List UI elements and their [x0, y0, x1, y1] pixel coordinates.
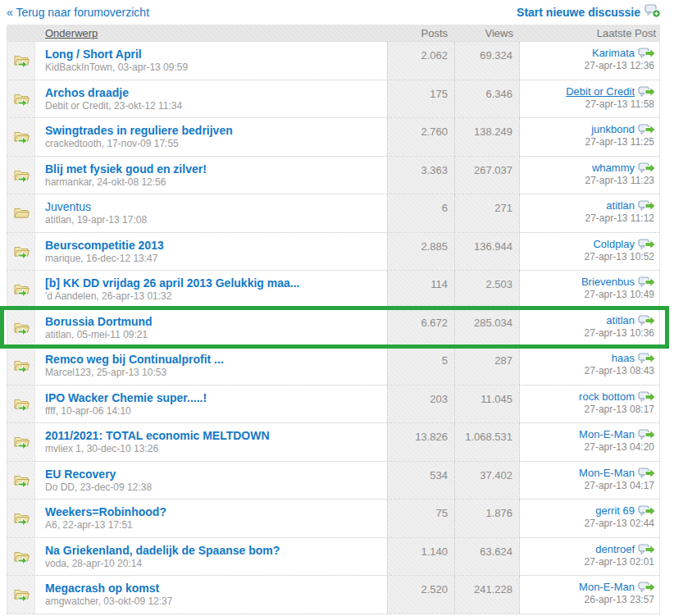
last-post-user-link[interactable]: atitlan [606, 199, 635, 212]
go-to-last-post-icon[interactable] [638, 582, 656, 593]
table-row: [b] KK DD vrijdag 26 april 2013 Gelukkig… [7, 271, 659, 309]
go-to-last-post-icon[interactable] [638, 391, 656, 403]
topic-icon-cell [7, 42, 35, 80]
folder-arrow-icon [13, 473, 30, 487]
last-post-user-link[interactable]: Mon-E-Man [579, 467, 635, 480]
header-views[interactable]: Views [454, 27, 520, 39]
last-post-cell: Coldplay 27-apr-13 10:52 [520, 233, 659, 271]
topic-starter-line: Marcel123, 25-apr-13 10:53 [45, 367, 380, 379]
header-posts[interactable]: Posts [387, 27, 454, 39]
topic-starter-line: crackedtooth, 17-nov-09 17:55 [45, 138, 380, 150]
go-to-last-post-icon[interactable] [638, 505, 656, 517]
go-to-last-post-icon[interactable] [638, 315, 656, 326]
back-to-forum-overview-link[interactable]: « Terug naar forumoverzicht [7, 6, 149, 19]
topic-icon-cell [7, 347, 35, 385]
start-new-discussion[interactable]: Start nieuwe discussie [517, 4, 661, 21]
topic-title-link[interactable]: Archos draadje [45, 85, 129, 100]
last-post-cell: atitlan 27-apr-13 11:12 [520, 194, 659, 232]
topic-starter-line: amgwatcher, 03-okt-09 12:37 [45, 595, 380, 608]
topic-icon-cell [7, 423, 35, 461]
go-to-last-post-icon[interactable] [638, 544, 656, 555]
last-post-cell: gerrit 69 27-apr-13 02:44 [520, 500, 659, 537]
topic-cell: Borussia Dortmund atitlan, 05-mei-11 09:… [35, 309, 387, 347]
start-new-discussion-link[interactable]: Start nieuwe discussie [517, 6, 640, 19]
last-post-user-link[interactable]: rock bottom [579, 390, 635, 404]
go-to-last-post-icon[interactable] [638, 48, 656, 59]
last-post-cell: rock bottom 27-apr-13 08:17 [520, 386, 659, 423]
posts-count: 5 [387, 347, 454, 385]
last-post-date: 27-apr-13 10:52 [520, 251, 656, 263]
folder-arrow-icon [13, 550, 30, 564]
posts-count: 114 [387, 271, 454, 308]
go-to-last-post-icon[interactable] [638, 353, 656, 364]
topic-cell: Na Griekenland, dadelijk de Spaanse bom?… [35, 538, 387, 576]
topic-title-link[interactable]: Megacrash op komst [45, 581, 159, 595]
go-to-last-post-icon[interactable] [638, 124, 656, 135]
topic-cell: EU Recovery Do DD, 23-dec-09 12:38 [35, 462, 387, 500]
topic-icon-cell [7, 500, 35, 537]
header-onderwerp[interactable]: Onderwerp [35, 27, 387, 39]
topic-title-link[interactable]: Weekers=Robinhood? [45, 504, 166, 519]
last-post-date: 27-apr-13 10:36 [520, 327, 656, 340]
topic-cell: Weekers=Robinhood? A6, 22-apr-13 17:51 [35, 500, 387, 537]
topic-title-link[interactable]: Remco weg bij Continualprofit ... [45, 352, 224, 367]
views-count: 6.346 [454, 80, 520, 118]
last-post-user-link[interactable]: whammy [592, 162, 635, 175]
topic-title-link[interactable]: Blij met fysiek goud en zilver! [45, 162, 207, 176]
topic-title-link[interactable]: [b] KK DD vrijdag 26 april 2013 Gelukkig… [45, 276, 299, 290]
last-post-date: 27-apr-13 08:17 [520, 404, 656, 416]
last-post-user-link[interactable]: Coldplay [593, 238, 635, 251]
last-post-user-link[interactable]: Mon-E-Man [579, 428, 635, 441]
topic-title-link[interactable]: IPO Wacker Chemie super.....! [45, 390, 207, 405]
go-to-last-post-icon[interactable] [638, 239, 656, 250]
views-count: 11.045 [454, 386, 520, 423]
views-count: 285.034 [454, 309, 520, 347]
topic-title-link[interactable]: Long / Short April [45, 47, 142, 62]
go-to-last-post-icon[interactable] [638, 86, 656, 98]
folder-arrow-icon [13, 53, 30, 67]
go-to-last-post-icon[interactable] [638, 468, 656, 479]
topic-cell: Archos draadje Debit or Credit, 23-okt-1… [35, 80, 387, 118]
last-post-user-link[interactable]: haas [612, 352, 635, 365]
views-count: 1.068.531 [454, 423, 520, 461]
header-laatste-post[interactable]: Laatste Post [520, 27, 659, 39]
last-post-user-link[interactable]: Karimata [592, 47, 635, 60]
last-post-user-link[interactable]: gerrit 69 [595, 504, 635, 518]
topic-starter-line: atitlan, 05-mei-11 09:21 [45, 329, 380, 341]
go-to-last-post-icon[interactable] [638, 429, 656, 440]
last-post-user-link[interactable]: Debit or Credit [566, 85, 635, 98]
table-row: Archos draadje Debit or Credit, 23-okt-1… [7, 80, 659, 119]
topic-table: Onderwerp Posts Views Laatste Post Long … [7, 25, 660, 614]
go-to-last-post-icon[interactable] [638, 276, 656, 288]
last-post-user-link[interactable]: dentroef [595, 543, 635, 556]
last-post-date: 27-apr-13 02:01 [520, 556, 656, 568]
last-post-user-link[interactable]: Brievenbus [581, 276, 635, 289]
topic-title-link[interactable]: EU Recovery [45, 467, 116, 481]
topic-cell: IPO Wacker Chemie super.....! ffff, 10-a… [35, 386, 387, 423]
last-post-date: 27-apr-13 04:17 [520, 480, 656, 492]
views-count: 138.249 [454, 118, 520, 156]
posts-count: 2.760 [387, 118, 454, 156]
go-to-last-post-icon[interactable] [638, 200, 656, 212]
topic-title-link[interactable]: 2011/2021: TOTAL economic MELTDOWN [45, 428, 270, 443]
topic-cell: 2011/2021: TOTAL economic MELTDOWN mvlie… [35, 423, 387, 461]
speech-bubble-plus-icon[interactable] [644, 4, 661, 21]
topic-title-link[interactable]: Beurscompetitie 2013 [45, 238, 164, 253]
topic-title-link[interactable]: Juventus [45, 199, 91, 214]
topic-table-body: Long / Short April KidBackInTown, 03-apr… [7, 42, 659, 614]
go-to-last-post-icon[interactable] [638, 162, 656, 174]
topic-title-link[interactable]: Swingtrades in reguliere bedrijven [45, 123, 233, 138]
topic-title-link[interactable]: Borussia Dortmund [45, 314, 153, 329]
topic-title-link[interactable]: Na Griekenland, dadelijk de Spaanse bom? [45, 543, 280, 558]
topic-icon-cell [7, 538, 35, 576]
posts-count: 203 [387, 386, 454, 423]
topic-icon-cell [7, 309, 35, 347]
last-post-user-link[interactable]: Mon-E-Man [579, 581, 635, 594]
views-count: 241.228 [454, 576, 520, 614]
posts-count: 534 [387, 462, 454, 500]
last-post-user-link[interactable]: junkbond [591, 123, 635, 136]
topic-starter-line: KidBackInTown, 03-apr-13 09:59 [45, 62, 380, 74]
posts-count: 175 [387, 80, 454, 118]
last-post-user-link[interactable]: atitlan [606, 314, 635, 327]
topic-icon-cell [7, 80, 35, 118]
